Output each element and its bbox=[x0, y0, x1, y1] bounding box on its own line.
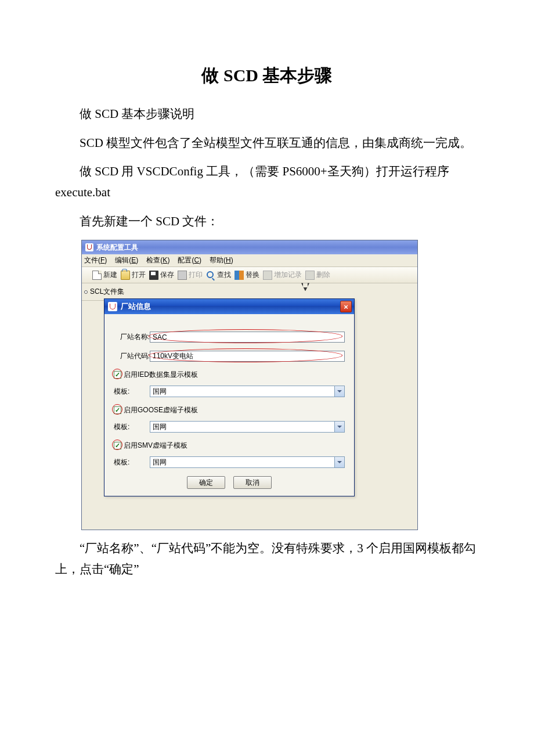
app-body: SCL文件集 厂站信息 × 厂站名称: 厂站代码: bbox=[82, 283, 417, 530]
smv-template-select-row: 模板: 国网 bbox=[114, 456, 345, 468]
dialog-body: 厂站名称: 厂站代码: 启用IED数据集显示模板 模板: bbox=[104, 314, 354, 496]
paragraph-2: SCD 模型文件包含了全站模型文件互联互通的信息，由集成商统一完成。 bbox=[55, 133, 479, 154]
ied-template-select-row: 模板: 国网 bbox=[114, 386, 345, 397]
delete-record-icon bbox=[305, 271, 315, 280]
menu-bar: 文件(F) 编辑(E) 检查(K) 配置(C) 帮助(H) bbox=[82, 254, 417, 267]
tree-root-label: SCL文件集 bbox=[90, 287, 124, 297]
dialog-titlebar: 厂站信息 × bbox=[104, 299, 354, 314]
chevron-down-icon bbox=[334, 422, 344, 432]
enable-goose-checkbox[interactable] bbox=[114, 406, 121, 414]
find-icon bbox=[206, 271, 215, 280]
menu-file[interactable]: 文件(F) bbox=[84, 255, 107, 265]
cancel-button[interactable]: 取消 bbox=[233, 476, 272, 489]
goose-template-select[interactable]: 国网 bbox=[150, 421, 345, 433]
enable-smv-checkbox[interactable] bbox=[114, 442, 121, 449]
smv-template-select[interactable]: 国网 bbox=[150, 456, 345, 468]
paragraph-3: 做 SCD 用 VSCDConfig 工具，（需要 PS6000+圣天狗）打开运… bbox=[55, 161, 479, 203]
enable-ied-label: 启用IED数据集显示模板 bbox=[124, 370, 198, 380]
dialog-button-row: 确定 取消 bbox=[114, 476, 345, 489]
panel-collapse-icon[interactable] bbox=[301, 283, 309, 291]
tree-bullet-icon bbox=[84, 290, 88, 294]
print-icon bbox=[178, 271, 187, 280]
menu-edit[interactable]: 编辑(E) bbox=[115, 255, 138, 265]
template-label: 模板: bbox=[114, 422, 150, 432]
template-label: 模板: bbox=[114, 458, 150, 467]
save-icon bbox=[149, 271, 158, 280]
station-code-input[interactable] bbox=[150, 351, 345, 362]
chevron-down-icon bbox=[334, 457, 344, 467]
goose-template-select-row: 模板: 国网 bbox=[114, 421, 345, 433]
menu-help[interactable]: 帮助(H) bbox=[210, 255, 233, 265]
station-code-label: 厂站代码: bbox=[114, 351, 150, 361]
toolbar: 新建 打开 保存 打印 查找 替换 增加记录 删除 bbox=[82, 267, 417, 283]
add-record-icon bbox=[263, 271, 272, 280]
replace-icon bbox=[234, 271, 244, 280]
outer-window-titlebar: 系统配置工具 bbox=[82, 240, 417, 254]
dialog-close-button[interactable]: × bbox=[340, 301, 352, 312]
station-code-row: 厂站代码: bbox=[114, 351, 345, 362]
app-screenshot: 系统配置工具 文件(F) 编辑(E) 检查(K) 配置(C) 帮助(H) 新建 … bbox=[81, 240, 418, 530]
smv-template-value: 国网 bbox=[153, 458, 167, 467]
toolbar-save[interactable]: 保存 bbox=[149, 270, 174, 280]
document-title: 做 SCD 基本步骤 bbox=[55, 64, 479, 88]
new-icon bbox=[92, 271, 102, 280]
toolbar-new[interactable]: 新建 bbox=[92, 270, 117, 280]
enable-smv-label: 启用SMV虚端子模板 bbox=[124, 441, 187, 451]
station-name-label: 厂站名称: bbox=[114, 332, 150, 342]
ok-button[interactable]: 确定 bbox=[187, 476, 225, 489]
ied-template-select[interactable]: 国网 bbox=[150, 386, 345, 397]
paragraph-4: 首先新建一个 SCD 文件： bbox=[55, 211, 479, 232]
dialog-title: 厂站信息 bbox=[121, 301, 337, 312]
ied-template-value: 国网 bbox=[153, 387, 167, 397]
java-icon bbox=[85, 243, 93, 251]
outer-window-title: 系统配置工具 bbox=[96, 243, 138, 253]
template-label: 模板: bbox=[114, 387, 150, 397]
station-name-row: 厂站名称: bbox=[114, 332, 345, 343]
toolbar-find[interactable]: 查找 bbox=[206, 270, 231, 280]
open-icon bbox=[121, 271, 130, 280]
paragraph-5: “厂站名称”、“厂站代码”不能为空。没有特殊要求，3 个启用国网模板都勾上，点击… bbox=[55, 538, 479, 579]
toolbar-add-record[interactable]: 增加记录 bbox=[263, 270, 302, 280]
enable-goose-template-row: 启用GOOSE虚端子模板 bbox=[114, 405, 345, 415]
enable-smv-template-row: 启用SMV虚端子模板 bbox=[114, 441, 345, 451]
enable-goose-label: 启用GOOSE虚端子模板 bbox=[124, 405, 198, 415]
toolbar-open[interactable]: 打开 bbox=[121, 270, 146, 280]
goose-template-value: 国网 bbox=[153, 422, 167, 432]
station-name-input[interactable] bbox=[150, 332, 345, 343]
menu-check[interactable]: 检查(K) bbox=[146, 255, 169, 265]
paragraph-1: 做 SCD 基本步骤说明 bbox=[55, 104, 479, 125]
toolbar-print[interactable]: 打印 bbox=[178, 270, 203, 280]
station-info-dialog: 厂站信息 × 厂站名称: 厂站代码: 启用IED数据集显示模板 bbox=[104, 298, 355, 496]
toolbar-delete-record[interactable]: 删除 bbox=[305, 270, 330, 280]
menu-config[interactable]: 配置(C) bbox=[178, 255, 201, 265]
chevron-down-icon bbox=[334, 386, 344, 397]
enable-ied-template-row: 启用IED数据集显示模板 bbox=[114, 370, 345, 380]
enable-ied-checkbox[interactable] bbox=[114, 371, 121, 379]
toolbar-replace[interactable]: 替换 bbox=[234, 270, 259, 280]
java-icon bbox=[108, 302, 117, 311]
